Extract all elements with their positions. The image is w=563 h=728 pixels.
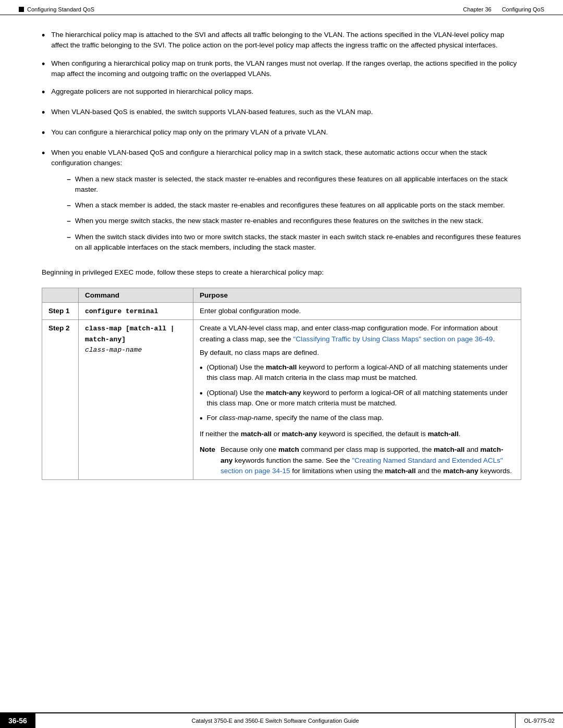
- bullet-text: When configuring a hierarchical policy m…: [51, 58, 521, 80]
- keyword-match-all: match-all: [266, 363, 297, 371]
- square-icon: [19, 7, 24, 12]
- dash-mark: –: [67, 200, 71, 211]
- keyword-match-all-3: match-all: [428, 430, 459, 438]
- bullet-dot: •: [42, 85, 45, 100]
- class-map-name-ref: class-map-name: [219, 414, 272, 422]
- dash-text: When a stack member is added, the stack …: [75, 200, 521, 211]
- list-item: • For class-map-name, specify the name o…: [200, 413, 515, 425]
- list-item: • When configuring a hierarchical policy…: [42, 58, 521, 80]
- bullet-dot: •: [42, 57, 45, 71]
- command-text: configure terminal: [85, 307, 158, 315]
- footer-page-number: 36-56: [0, 713, 35, 728]
- header-title: Configuring QoS: [502, 6, 544, 13]
- sub-dash-list: – When a new stack master is selected, t…: [51, 174, 521, 253]
- command-italic-part: class-map-name: [85, 346, 142, 354]
- header-left: Configuring Standard QoS: [19, 6, 94, 13]
- footer-center-text: Catalyst 3750-E and 3560-E Switch Softwa…: [35, 713, 515, 728]
- bullet-text: For class-map-name, specify the name of …: [207, 413, 515, 423]
- col-empty-header: [42, 288, 79, 302]
- footer-doc-number: OL-9775-02: [515, 713, 563, 728]
- step-label: Step 2: [42, 320, 79, 480]
- dash-item: – When the switch stack divides into two…: [51, 232, 521, 253]
- list-item: • Aggregate policers are not supported i…: [42, 87, 521, 100]
- bullet-text: (Optional) Use the match-all keyword to …: [207, 362, 515, 384]
- bullet-dot: •: [200, 412, 203, 425]
- keyword-match-any-note2: match-any: [443, 467, 479, 475]
- keyword-match-any: match-any: [266, 389, 301, 397]
- dash-item: – When a new stack master is selected, t…: [51, 174, 521, 195]
- header-chapter: Chapter 36: [463, 6, 491, 13]
- table-header-row: Command Purpose: [42, 288, 521, 302]
- bullet-text: Aggregate policers are not supported in …: [51, 87, 521, 97]
- step-label: Step 1: [42, 302, 79, 320]
- page-footer: 36-56 Catalyst 3750-E and 3560-E Switch …: [0, 712, 563, 728]
- command-cell: configure terminal: [79, 302, 193, 320]
- list-item: • (Optional) Use the match-any keyword t…: [200, 388, 515, 409]
- bullet-dot: •: [42, 126, 45, 140]
- command-main: class-map [match-all | match-any]: [85, 325, 175, 343]
- keyword-match-all-note2: match-all: [385, 467, 415, 475]
- bullet-text: You can configure a hierarchical policy …: [51, 127, 521, 138]
- bullet-text: When you enable VLAN-based QoS and confi…: [51, 147, 521, 258]
- keyword-match: match: [278, 446, 299, 453]
- bullet-text: When VLAN-based QoS is enabled, the swit…: [51, 107, 521, 117]
- col-command-header: Command: [79, 288, 193, 302]
- page-header: Configuring Standard QoS Chapter 36 Conf…: [0, 0, 563, 15]
- bullet-dot: •: [42, 146, 45, 161]
- header-right: Chapter 36 Configuring QoS: [463, 6, 544, 13]
- intro-paragraph: Beginning in privileged EXEC mode, follo…: [42, 267, 521, 278]
- header-left-label: Configuring Standard QoS: [27, 6, 94, 13]
- note-box: Note Because only one match command per …: [200, 445, 515, 476]
- purpose-intro-text: Create a VLAN-level class map, and enter…: [200, 323, 515, 344]
- dash-text: When you merge switch stacks, the new st…: [75, 216, 521, 226]
- purpose-default-text: By default, no class maps are defined.: [200, 348, 515, 358]
- command-cell: class-map [match-all | match-any] class-…: [79, 320, 193, 480]
- bullet-dot: •: [200, 362, 203, 374]
- dash-mark: –: [67, 216, 71, 226]
- table-row: Step 1 configure terminal Enter global c…: [42, 302, 521, 320]
- purpose-cell: Create a VLAN-level class map, and enter…: [193, 320, 521, 480]
- dash-text: When a new stack master is selected, the…: [75, 174, 521, 195]
- bullet-dot: •: [42, 29, 45, 43]
- purpose-cell: Enter global configuration mode.: [193, 302, 521, 320]
- note-text: Because only one match command per class…: [221, 445, 515, 476]
- steps-table: Command Purpose Step 1 configure termina…: [42, 288, 521, 480]
- classifying-traffic-link[interactable]: "Classifying Traffic by Using Class Maps…: [293, 335, 493, 343]
- keyword-match-any-2: match-any: [282, 430, 317, 438]
- dash-mark: –: [67, 174, 71, 184]
- list-item: • When you enable VLAN-based QoS and con…: [42, 147, 521, 258]
- dash-item: – When a stack member is added, the stac…: [51, 200, 521, 211]
- main-bullet-list: • The hierarchical policy map is attache…: [42, 30, 521, 258]
- matchall-default-text: If neither the match-all or match-any ke…: [200, 429, 515, 439]
- bullet-dot: •: [42, 106, 45, 120]
- keyword-match-all-note: match-all: [434, 446, 464, 453]
- dash-item: – When you merge switch stacks, the new …: [51, 216, 521, 226]
- main-content: • The hierarchical policy map is attache…: [0, 15, 563, 501]
- bullet-text: The hierarchical policy map is attached …: [51, 30, 521, 51]
- list-item: • When VLAN-based QoS is enabled, the sw…: [42, 107, 521, 120]
- bullet-text: (Optional) Use the match-any keyword to …: [207, 388, 515, 409]
- bullet-dot: •: [200, 387, 203, 400]
- list-item: • You can configure a hierarchical polic…: [42, 127, 521, 140]
- list-item: • (Optional) Use the match-all keyword t…: [200, 362, 515, 384]
- table-row: Step 2 class-map [match-all | match-any]…: [42, 320, 521, 480]
- col-purpose-header: Purpose: [193, 288, 521, 302]
- keyword-match-all-2: match-all: [241, 430, 272, 438]
- purpose-bullet-list: • (Optional) Use the match-all keyword t…: [200, 362, 515, 425]
- footer-product-text: Catalyst 3750-E and 3560-E Switch Softwa…: [192, 718, 359, 724]
- dash-mark: –: [67, 232, 71, 242]
- dash-text: When the switch stack divides into two o…: [75, 232, 521, 253]
- note-label: Note: [200, 445, 215, 455]
- list-item: • The hierarchical policy map is attache…: [42, 30, 521, 51]
